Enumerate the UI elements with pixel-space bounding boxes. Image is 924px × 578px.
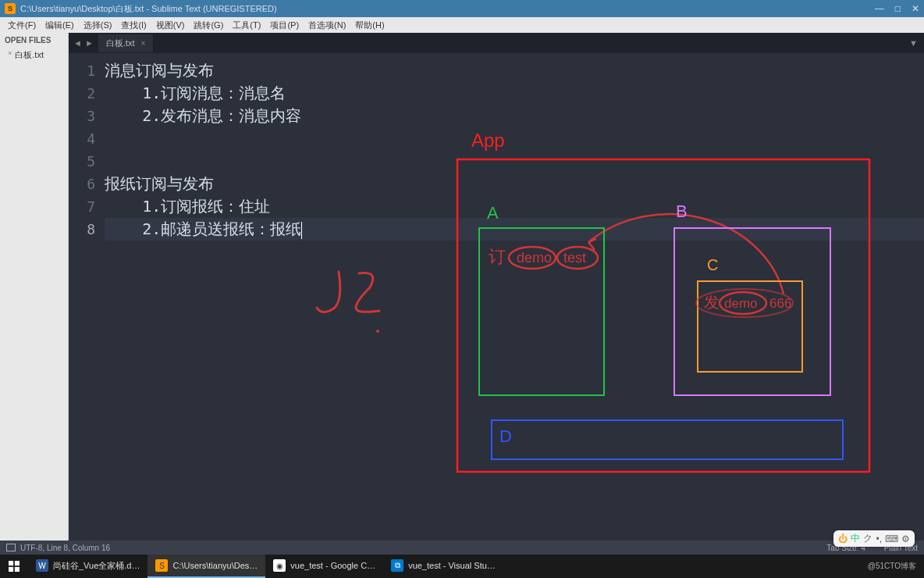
code-line[interactable]: 1.订阅消息：消息名 (105, 82, 924, 105)
code-line[interactable]: 报纸订阅与发布 (105, 173, 924, 195)
tray-text: @51CTO博客 (868, 561, 916, 572)
ime-shape[interactable]: ク (863, 532, 872, 545)
minimize-button[interactable]: — (875, 3, 884, 14)
line-number: 3 (69, 105, 95, 127)
svg-point-3 (509, 247, 556, 269)
svg-rect-6 (698, 281, 802, 372)
tab-strip: ◄ ► 白板.txt × ▼ (69, 33, 924, 53)
diagram-a-ann-w1: demo (517, 250, 552, 266)
window-controls: — □ ✕ (875, 3, 919, 14)
taskbar-item-label: vue_test - Visual Stu… (408, 561, 496, 570)
svg-point-4 (557, 247, 598, 269)
taskbar-app-icon: W (36, 559, 48, 572)
code-line[interactable]: 2.发布消息：消息内容 (105, 105, 924, 127)
taskbar-item-label: C:\Users\tianyu\Des… (172, 561, 258, 570)
diagram-a-ann-prefix: 订 (489, 247, 506, 266)
menu-edit[interactable]: 编辑(E) (41, 20, 79, 31)
maximize-button[interactable]: □ (895, 3, 901, 14)
close-file-icon[interactable]: × (8, 49, 12, 57)
gutter: 12345678 (69, 53, 105, 541)
taskbar-app-icon: ◉ (273, 559, 286, 572)
taskbar-item-label: 尚硅谷_Vue全家桶.d… (53, 560, 140, 572)
diagram-a-ann-w2: test (563, 250, 586, 266)
sidebar-file-name: 白板.txt (15, 50, 44, 59)
diagram-c-ann-w1: demo (724, 296, 758, 311)
sidebar-heading: OPEN FILES (0, 33, 68, 48)
ime-keyboard-icon[interactable]: ⌨ (885, 533, 898, 544)
line-number: 4 (69, 127, 95, 150)
svg-rect-2 (479, 228, 604, 395)
menu-view[interactable]: 视图(V) (151, 20, 190, 31)
window-title: C:\Users\tianyu\Desktop\白板.txt - Sublime… (20, 3, 875, 15)
svg-point-7 (720, 292, 766, 314)
menu-file[interactable]: 文件(F) (3, 20, 41, 31)
text-cursor (301, 222, 302, 239)
ime-power-icon[interactable]: ⏻ (838, 533, 848, 544)
status-bar: UTF-8, Line 8, Column 16 Tab Size: 4 Pla… (0, 541, 924, 555)
menu-project[interactable]: 项目(P) (265, 20, 304, 31)
menu-goto[interactable]: 跳转(G) (189, 20, 228, 31)
app-icon: S (5, 3, 16, 14)
menu-find[interactable]: 查找(I) (116, 20, 151, 31)
tab-nav-left[interactable]: ◄ (73, 38, 82, 48)
code-line[interactable]: 2.邮递员送报纸：报纸 (105, 218, 924, 241)
svg-point-0 (376, 330, 379, 333)
close-button[interactable]: ✕ (912, 3, 919, 14)
menu-select[interactable]: 选择(S) (79, 20, 117, 31)
tab-close-icon[interactable]: × (140, 39, 145, 48)
system-tray[interactable]: @51CTO博客 (860, 561, 924, 572)
line-number: 7 (69, 195, 95, 218)
svg-rect-9 (492, 420, 843, 459)
svg-rect-12 (9, 567, 13, 572)
taskbar-items: W尚硅谷_Vue全家桶.d…SC:\Users\tianyu\Des…◉vue_… (28, 555, 503, 578)
menu-help[interactable]: 帮助(H) (350, 20, 389, 31)
sidebar: OPEN FILES × 白板.txt (0, 33, 69, 541)
tab-label: 白板.txt (106, 37, 135, 49)
tab-dropdown-icon[interactable]: ▼ (903, 38, 924, 48)
code-area[interactable]: 消息订阅与发布 1.订阅消息：消息名 2.发布消息：消息内容报纸订阅与发布 1.… (105, 53, 924, 541)
diagram-c-ann-prefix: 发 (704, 294, 720, 311)
editor[interactable]: 12345678 消息订阅与发布 1.订阅消息：消息名 2.发布消息：消息内容报… (69, 53, 924, 541)
line-number: 8 (69, 218, 95, 241)
start-button[interactable] (0, 555, 28, 578)
taskbar-item-label: vue_test - Google C… (290, 561, 375, 570)
svg-rect-13 (15, 567, 20, 572)
ime-punct[interactable]: •, (876, 533, 882, 544)
status-left: UTF-8, Line 8, Column 16 (20, 544, 110, 552)
line-number: 2 (69, 82, 95, 105)
taskbar-item[interactable]: W尚硅谷_Vue全家桶.d… (28, 555, 147, 578)
main-area: OPEN FILES × 白板.txt ◄ ► 白板.txt × ▼ 12345… (0, 33, 924, 541)
diagram-c-ann-w2: 666 (769, 296, 791, 311)
svg-rect-11 (15, 561, 20, 566)
taskbar: W尚硅谷_Vue全家桶.d…SC:\Users\tianyu\Des…◉vue_… (0, 555, 924, 578)
ime-lang[interactable]: 中 (851, 532, 860, 545)
sidebar-open-file[interactable]: × 白板.txt (0, 48, 68, 62)
taskbar-item[interactable]: SC:\Users\tianyu\Des… (147, 555, 265, 578)
diagram-d-label: D (499, 426, 512, 446)
svg-rect-10 (9, 561, 13, 566)
menu-preferences[interactable]: 首选项(N) (304, 20, 350, 31)
tab-nav-arrows: ◄ ► (69, 38, 98, 48)
taskbar-app-icon: ⧉ (391, 559, 403, 572)
code-line[interactable]: 1.订阅报纸：住址 (105, 195, 924, 218)
menu-bar: 文件(F) 编辑(E) 选择(S) 查找(I) 视图(V) 跳转(G) 工具(T… (0, 17, 924, 33)
code-line[interactable]: 消息订阅与发布 (105, 59, 924, 82)
tab-nav-right[interactable]: ► (85, 38, 94, 48)
editor-column: ◄ ► 白板.txt × ▼ 12345678 消息订阅与发布 1.订阅消息：消… (69, 33, 924, 541)
tab[interactable]: 白板.txt × (98, 34, 155, 52)
taskbar-item[interactable]: ◉vue_test - Google C… (265, 555, 383, 578)
svg-point-8 (696, 289, 793, 317)
line-number: 1 (69, 59, 95, 82)
ime-settings-icon[interactable]: ⚙ (901, 533, 910, 544)
taskbar-item[interactable]: ⧉vue_test - Visual Stu… (383, 555, 503, 578)
svg-rect-5 (674, 228, 830, 395)
line-number: 6 (69, 173, 95, 195)
menu-tools[interactable]: 工具(T) (228, 20, 265, 31)
code-line[interactable] (105, 150, 924, 173)
taskbar-app-icon: S (155, 559, 168, 572)
code-line[interactable] (105, 127, 924, 150)
line-number: 5 (69, 150, 95, 173)
console-icon[interactable] (6, 544, 16, 551)
title-bar: S C:\Users\tianyu\Desktop\白板.txt - Subli… (0, 0, 924, 17)
ime-bar[interactable]: ⏻ 中 ク •, ⌨ ⚙ (833, 530, 915, 547)
